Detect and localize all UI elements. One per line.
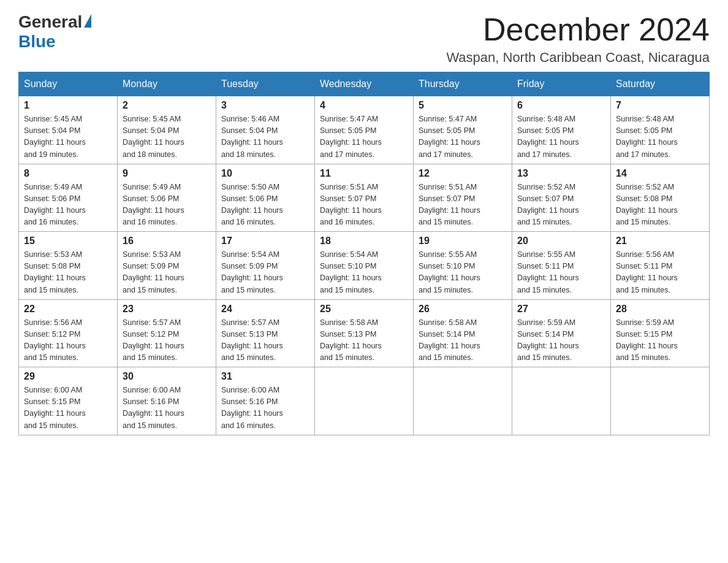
day-info: Sunrise: 5:57 AMSunset: 5:13 PMDaylight:… [221, 318, 283, 362]
day-number: 29 [24, 371, 112, 382]
day-number: 16 [123, 236, 211, 247]
week-row-5: 29 Sunrise: 6:00 AMSunset: 5:15 PMDaylig… [19, 367, 710, 435]
col-saturday: Saturday [611, 72, 710, 96]
day-cell [414, 367, 512, 435]
day-cell: 6 Sunrise: 5:48 AMSunset: 5:05 PMDayligh… [512, 96, 611, 164]
calendar-header-row: Sunday Monday Tuesday Wednesday Thursday… [19, 72, 710, 96]
day-info: Sunrise: 6:00 AMSunset: 5:16 PMDaylight:… [221, 386, 283, 429]
col-thursday: Thursday [414, 72, 512, 96]
day-number: 7 [616, 100, 704, 111]
day-info: Sunrise: 5:47 AMSunset: 5:05 PMDaylight:… [419, 115, 480, 158]
day-cell: 20 Sunrise: 5:55 AMSunset: 5:11 PMDaylig… [512, 232, 611, 300]
day-info: Sunrise: 5:54 AMSunset: 5:10 PMDaylight:… [320, 250, 382, 294]
col-sunday: Sunday [19, 72, 118, 96]
day-cell: 1 Sunrise: 5:45 AMSunset: 5:04 PMDayligh… [19, 96, 118, 164]
day-number: 18 [320, 236, 408, 247]
logo-triangle-icon [84, 14, 91, 28]
day-cell: 8 Sunrise: 5:49 AMSunset: 5:06 PMDayligh… [19, 164, 118, 232]
col-wednesday: Wednesday [315, 72, 414, 96]
day-info: Sunrise: 5:48 AMSunset: 5:05 PMDaylight:… [616, 115, 678, 158]
day-number: 10 [221, 168, 309, 179]
day-cell: 29 Sunrise: 6:00 AMSunset: 5:15 PMDaylig… [19, 367, 118, 435]
day-info: Sunrise: 5:53 AMSunset: 5:08 PMDaylight:… [24, 250, 86, 294]
day-cell: 4 Sunrise: 5:47 AMSunset: 5:05 PMDayligh… [315, 96, 414, 164]
day-info: Sunrise: 5:51 AMSunset: 5:07 PMDaylight:… [320, 183, 382, 226]
day-cell: 22 Sunrise: 5:56 AMSunset: 5:12 PMDaylig… [19, 299, 118, 367]
day-number: 24 [221, 304, 309, 315]
day-cell: 5 Sunrise: 5:47 AMSunset: 5:05 PMDayligh… [414, 96, 512, 164]
logo-general-text: General [18, 12, 82, 32]
day-number: 12 [419, 168, 507, 179]
day-number: 20 [517, 236, 605, 247]
day-number: 9 [123, 168, 211, 179]
day-number: 5 [419, 100, 507, 111]
day-number: 27 [517, 304, 605, 315]
day-cell: 2 Sunrise: 5:45 AMSunset: 5:04 PMDayligh… [118, 96, 216, 164]
day-cell [611, 367, 710, 435]
day-info: Sunrise: 5:46 AMSunset: 5:04 PMDaylight:… [221, 115, 283, 158]
day-cell: 15 Sunrise: 5:53 AMSunset: 5:08 PMDaylig… [19, 232, 118, 300]
location: Waspan, North Caribbean Coast, Nicaragua [446, 50, 710, 66]
week-row-1: 1 Sunrise: 5:45 AMSunset: 5:04 PMDayligh… [19, 96, 710, 164]
week-row-2: 8 Sunrise: 5:49 AMSunset: 5:06 PMDayligh… [19, 164, 710, 232]
day-number: 6 [517, 100, 605, 111]
logo: General Blue [18, 12, 91, 52]
day-info: Sunrise: 5:59 AMSunset: 5:14 PMDaylight:… [517, 318, 579, 362]
day-cell: 13 Sunrise: 5:52 AMSunset: 5:07 PMDaylig… [512, 164, 611, 232]
day-cell: 14 Sunrise: 5:52 AMSunset: 5:08 PMDaylig… [611, 164, 710, 232]
day-cell: 26 Sunrise: 5:58 AMSunset: 5:14 PMDaylig… [414, 299, 512, 367]
day-cell: 18 Sunrise: 5:54 AMSunset: 5:10 PMDaylig… [315, 232, 414, 300]
day-info: Sunrise: 5:59 AMSunset: 5:15 PMDaylight:… [616, 318, 678, 362]
day-number: 11 [320, 168, 408, 179]
col-friday: Friday [512, 72, 611, 96]
day-number: 15 [24, 236, 112, 247]
page-header: General Blue December 2024 Waspan, North… [18, 12, 710, 66]
day-number: 8 [24, 168, 112, 179]
day-info: Sunrise: 5:51 AMSunset: 5:07 PMDaylight:… [419, 183, 480, 226]
day-cell [315, 367, 414, 435]
day-info: Sunrise: 5:58 AMSunset: 5:13 PMDaylight:… [320, 318, 382, 362]
day-info: Sunrise: 5:53 AMSunset: 5:09 PMDaylight:… [123, 250, 184, 294]
day-info: Sunrise: 5:45 AMSunset: 5:04 PMDaylight:… [123, 115, 184, 158]
week-row-4: 22 Sunrise: 5:56 AMSunset: 5:12 PMDaylig… [19, 299, 710, 367]
day-number: 1 [24, 100, 112, 111]
day-number: 2 [123, 100, 211, 111]
day-number: 30 [123, 371, 211, 382]
day-number: 3 [221, 100, 309, 111]
day-number: 13 [517, 168, 605, 179]
day-info: Sunrise: 5:56 AMSunset: 5:12 PMDaylight:… [24, 318, 86, 362]
day-info: Sunrise: 5:52 AMSunset: 5:08 PMDaylight:… [616, 183, 678, 226]
day-number: 23 [123, 304, 211, 315]
day-number: 14 [616, 168, 704, 179]
col-monday: Monday [118, 72, 216, 96]
day-info: Sunrise: 5:47 AMSunset: 5:05 PMDaylight:… [320, 115, 382, 158]
day-cell: 27 Sunrise: 5:59 AMSunset: 5:14 PMDaylig… [512, 299, 611, 367]
day-info: Sunrise: 5:55 AMSunset: 5:11 PMDaylight:… [517, 250, 579, 294]
week-row-3: 15 Sunrise: 5:53 AMSunset: 5:08 PMDaylig… [19, 232, 710, 300]
day-cell [512, 367, 611, 435]
col-tuesday: Tuesday [216, 72, 315, 96]
day-info: Sunrise: 5:54 AMSunset: 5:09 PMDaylight:… [221, 250, 283, 294]
day-cell: 17 Sunrise: 5:54 AMSunset: 5:09 PMDaylig… [216, 232, 315, 300]
calendar-table: Sunday Monday Tuesday Wednesday Thursday… [18, 72, 710, 435]
day-cell: 31 Sunrise: 6:00 AMSunset: 5:16 PMDaylig… [216, 367, 315, 435]
day-cell: 21 Sunrise: 5:56 AMSunset: 5:11 PMDaylig… [611, 232, 710, 300]
month-title: December 2024 [446, 12, 710, 47]
day-info: Sunrise: 5:55 AMSunset: 5:10 PMDaylight:… [419, 250, 480, 294]
day-number: 25 [320, 304, 408, 315]
day-cell: 24 Sunrise: 5:57 AMSunset: 5:13 PMDaylig… [216, 299, 315, 367]
day-cell: 12 Sunrise: 5:51 AMSunset: 5:07 PMDaylig… [414, 164, 512, 232]
day-info: Sunrise: 5:45 AMSunset: 5:04 PMDaylight:… [24, 115, 86, 158]
day-cell: 23 Sunrise: 5:57 AMSunset: 5:12 PMDaylig… [118, 299, 216, 367]
day-cell: 9 Sunrise: 5:49 AMSunset: 5:06 PMDayligh… [118, 164, 216, 232]
day-info: Sunrise: 5:56 AMSunset: 5:11 PMDaylight:… [616, 250, 678, 294]
day-cell: 16 Sunrise: 5:53 AMSunset: 5:09 PMDaylig… [118, 232, 216, 300]
day-info: Sunrise: 6:00 AMSunset: 5:15 PMDaylight:… [24, 386, 86, 429]
day-number: 26 [419, 304, 507, 315]
day-number: 17 [221, 236, 309, 247]
day-number: 19 [419, 236, 507, 247]
day-cell: 25 Sunrise: 5:58 AMSunset: 5:13 PMDaylig… [315, 299, 414, 367]
day-number: 4 [320, 100, 408, 111]
day-cell: 10 Sunrise: 5:50 AMSunset: 5:06 PMDaylig… [216, 164, 315, 232]
day-cell: 7 Sunrise: 5:48 AMSunset: 5:05 PMDayligh… [611, 96, 710, 164]
